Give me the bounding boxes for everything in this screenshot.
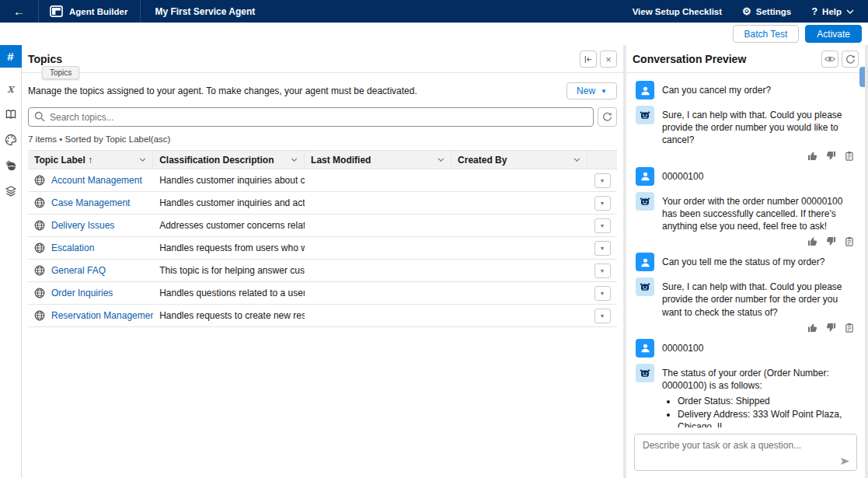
chat-message-agent: The status of your order (Order Number: … bbox=[636, 364, 856, 427]
robot-icon bbox=[639, 367, 651, 379]
column-header-actions bbox=[587, 151, 617, 169]
sidebar-item-layers[interactable] bbox=[0, 180, 22, 203]
table-row[interactable]: Case Management Handles customer inquiri… bbox=[28, 192, 617, 215]
globe-icon bbox=[34, 288, 45, 298]
column-header-created-by[interactable]: Created By bbox=[451, 151, 587, 169]
globe-icon bbox=[34, 242, 45, 253]
topic-link[interactable]: Delivery Issues bbox=[51, 220, 114, 231]
message-feedback bbox=[807, 236, 856, 246]
row-actions-button[interactable]: ▼ bbox=[594, 286, 611, 301]
globe-icon bbox=[34, 175, 45, 186]
table-row[interactable]: Reservation Management Handles requests … bbox=[28, 305, 617, 327]
column-header-last-modified[interactable]: Last Modified bbox=[305, 151, 451, 169]
sidebar-item-topics[interactable]: # bbox=[0, 45, 22, 68]
copy-icon[interactable] bbox=[845, 236, 854, 246]
app-switcher[interactable]: Agent Builder bbox=[39, 0, 141, 23]
table-row[interactable]: Order Inquiries Handles questions relate… bbox=[28, 282, 617, 305]
row-actions-button[interactable]: ▼ bbox=[594, 241, 611, 256]
close-icon: × bbox=[605, 54, 612, 65]
copy-icon[interactable] bbox=[845, 323, 854, 333]
topic-link[interactable]: Case Management bbox=[51, 197, 130, 208]
restart-conversation-button[interactable] bbox=[842, 51, 859, 68]
row-actions-button[interactable]: ▼ bbox=[594, 218, 611, 233]
back-button[interactable]: ← bbox=[0, 0, 39, 23]
chat-input[interactable] bbox=[635, 434, 856, 470]
sidebar-item-variables[interactable]: x bbox=[0, 77, 22, 100]
chat-message-user: Can you tell me the status of my order? bbox=[636, 253, 856, 271]
topic-link[interactable]: General FAQ bbox=[51, 265, 106, 276]
chevron-down-icon bbox=[573, 158, 580, 162]
user-avatar bbox=[636, 81, 654, 99]
refresh-icon bbox=[602, 112, 612, 122]
chevron-down-icon: ▼ bbox=[600, 291, 605, 296]
chevron-down-icon: ▼ bbox=[600, 268, 605, 274]
chat-message-user: Can you cancel my order? bbox=[636, 81, 856, 99]
new-topic-button[interactable]: New ▼ bbox=[566, 82, 617, 99]
list-summary: 7 items • Sorted by Topic Label(asc) bbox=[22, 127, 623, 150]
chevron-down-icon bbox=[291, 158, 298, 162]
topics-description: Manage the topics assigned to your agent… bbox=[28, 85, 417, 96]
thumbs-up-icon[interactable] bbox=[807, 151, 817, 161]
batch-test-button[interactable]: Batch Test bbox=[733, 25, 800, 43]
row-actions-button[interactable]: ▼ bbox=[594, 173, 611, 188]
chevron-down-icon bbox=[846, 9, 854, 14]
row-actions-button[interactable]: ▼ bbox=[594, 309, 611, 323]
person-icon bbox=[640, 85, 651, 96]
view-setup-checklist-link[interactable]: View Setup Checklist bbox=[633, 7, 722, 16]
topic-link[interactable]: Reservation Management bbox=[51, 310, 153, 321]
topics-panel-title: Topics bbox=[28, 53, 62, 65]
user-avatar bbox=[636, 167, 654, 186]
thumbs-down-icon[interactable] bbox=[826, 323, 836, 333]
help-menu[interactable]: ? Help bbox=[811, 5, 854, 17]
settings-button[interactable]: ⚙ Settings bbox=[742, 5, 791, 17]
person-icon bbox=[640, 342, 651, 354]
globe-icon bbox=[34, 310, 45, 321]
close-panel-button[interactable]: × bbox=[600, 51, 617, 68]
globe-icon bbox=[34, 265, 45, 276]
gear-icon: ⚙ bbox=[742, 5, 751, 17]
chat-message-user: 00000100 bbox=[636, 167, 856, 186]
scrollbar-thumb[interactable] bbox=[859, 67, 865, 87]
table-row[interactable]: General FAQ This topic is for helping an… bbox=[28, 260, 617, 282]
sidebar-item-theme[interactable] bbox=[0, 128, 22, 152]
column-header-topic-label[interactable]: Topic Label ↑ bbox=[28, 151, 153, 169]
search-icon bbox=[34, 111, 45, 122]
person-icon bbox=[640, 170, 651, 182]
chevron-down-icon: ▼ bbox=[600, 223, 605, 229]
user-avatar bbox=[636, 339, 654, 358]
thumbs-up-icon[interactable] bbox=[807, 236, 817, 246]
robot-icon bbox=[639, 281, 651, 293]
search-topics-input[interactable] bbox=[28, 107, 594, 127]
topic-link[interactable]: Account Management bbox=[51, 175, 142, 186]
table-row[interactable]: Escalation Handles requests from users w… bbox=[28, 237, 617, 260]
back-arrow-icon: ← bbox=[13, 5, 25, 18]
activate-button[interactable]: Activate bbox=[805, 25, 862, 43]
agent-bot-avatar bbox=[636, 364, 654, 382]
topic-description-cell: Handles requests to create new reservati… bbox=[153, 310, 305, 321]
robot-icon bbox=[639, 109, 651, 121]
robot-icon bbox=[639, 195, 651, 208]
copy-icon[interactable] bbox=[845, 151, 854, 161]
refresh-list-button[interactable] bbox=[598, 107, 617, 127]
agent-builder-icon bbox=[50, 5, 63, 17]
topic-link[interactable]: Escalation bbox=[51, 242, 94, 253]
preview-visibility-button[interactable] bbox=[821, 51, 838, 68]
sidebar-item-channels[interactable] bbox=[0, 154, 22, 177]
agent-bot-avatar bbox=[636, 106, 654, 124]
table-row[interactable]: Account Management Handles customer inqu… bbox=[28, 169, 617, 192]
thumbs-up-icon[interactable] bbox=[807, 323, 817, 333]
topics-table: Topic Label ↑ Classification Description… bbox=[28, 150, 617, 327]
row-actions-button[interactable]: ▼ bbox=[594, 196, 611, 211]
table-header-row: Topic Label ↑ Classification Description… bbox=[28, 150, 617, 169]
column-header-classification-description[interactable]: Classification Description bbox=[153, 151, 305, 169]
collapse-panel-button[interactable] bbox=[580, 51, 597, 68]
table-row[interactable]: Delivery Issues Addresses customer conce… bbox=[28, 215, 617, 237]
thumbs-down-icon[interactable] bbox=[826, 151, 836, 161]
topic-description-cell: Handles requests from users who want to … bbox=[153, 242, 305, 253]
row-actions-button[interactable]: ▼ bbox=[594, 263, 611, 278]
sidebar-item-knowledge[interactable] bbox=[0, 103, 22, 126]
globe-icon bbox=[34, 220, 45, 231]
thumbs-down-icon[interactable] bbox=[826, 236, 836, 246]
send-icon[interactable] bbox=[840, 457, 850, 466]
topic-link[interactable]: Order Inquiries bbox=[51, 288, 113, 298]
